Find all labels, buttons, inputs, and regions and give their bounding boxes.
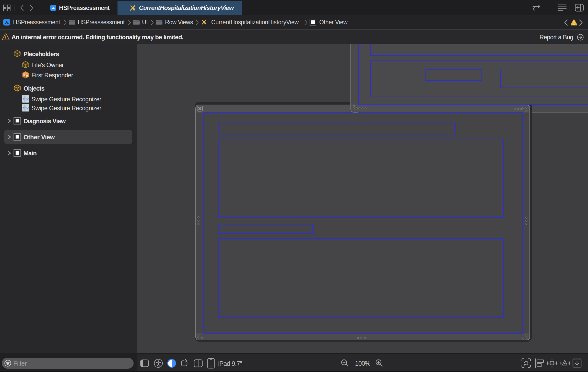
- svg-text:1: 1: [26, 74, 28, 77]
